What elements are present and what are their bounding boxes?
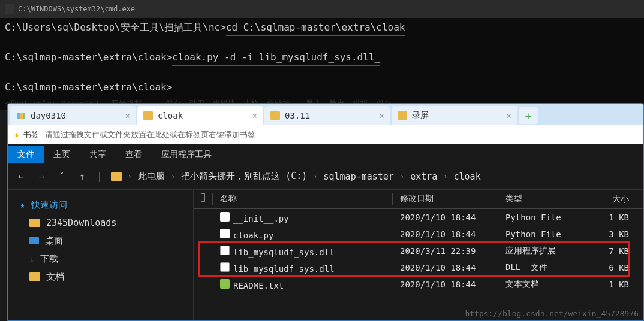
sidebar-item-documents[interactable]: 文档 [8, 268, 193, 286]
file-size: 1 KB [588, 213, 636, 222]
sidebar-label: 2345Downloads [46, 217, 116, 228]
file-date: 2020/1/10 18:44 [393, 229, 498, 239]
tab-label: cloak [158, 111, 183, 120]
cmd-prompt-1: C:\Users\sq\Desktop\安全工具\扫描工具\nc> [5, 22, 226, 33]
sidebar-label: 下载 [40, 253, 58, 265]
file-row[interactable]: cloak.py2020/1/10 18:44Python File3 KB [194, 226, 643, 243]
file-name: __init__.py [233, 214, 289, 223]
cmd-body[interactable]: C:\Users\sq\Desktop\安全工具\扫描工具\nc>cd C:\s… [0, 18, 644, 97]
breadcrumb-item[interactable]: sqlmap-master [324, 171, 394, 182]
file-size: 6 KB [588, 263, 636, 272]
breadcrumb-item[interactable]: cloak [454, 171, 481, 182]
sidebar-quick-access[interactable]: ★ 快速访问 [8, 196, 193, 214]
tab-cloak[interactable]: cloak × [137, 106, 263, 125]
cmd-command-1: cd C:\sqlmap-master\extra\cloak [226, 20, 405, 36]
file-size: 3 KB [588, 229, 636, 239]
file-type: Python File [498, 213, 588, 222]
tab-strip: day0310 × cloak × 03.11 × 录屏 × + [8, 104, 643, 125]
folder-icon [398, 111, 407, 120]
file-date: 2020/1/10 18:44 [393, 213, 498, 222]
up-button[interactable]: ˅ [56, 171, 68, 182]
breadcrumb-item[interactable]: 把小箭头挪开，别乱点这 (C:) [181, 171, 307, 182]
back-button[interactable]: ← [15, 171, 27, 182]
sidebar-label: 文档 [46, 271, 64, 283]
sidebar-item-desktop[interactable]: 桌面 [8, 232, 193, 250]
cmd-prompt-2: C:\sqlmap-master\extra\cloak> [5, 52, 172, 63]
svg-rect-1 [20, 113, 23, 119]
file-row[interactable]: lib_mysqludf_sys.dll2020/3/11 22:39应用程序扩… [194, 243, 643, 259]
close-icon[interactable]: × [380, 111, 384, 120]
column-name[interactable]: 名称 [213, 193, 393, 205]
folder-icon [143, 111, 153, 120]
select-all-checkbox[interactable] [201, 193, 205, 202]
sidebar-item-downloads[interactable]: 2345Downloads [8, 214, 193, 232]
file-list-header: 名称 修改日期 类型 大小 [194, 190, 643, 209]
new-tab-button[interactable]: + [519, 107, 538, 124]
close-icon[interactable]: × [252, 111, 257, 120]
svg-rect-2 [23, 113, 25, 119]
chevron-right-icon: › [313, 172, 317, 181]
tab-0311[interactable]: 03.11 × [264, 106, 390, 125]
breadcrumb[interactable]: › 此电脑 › 把小箭头挪开，别乱点这 (C:) › sqlmap-master… [111, 171, 481, 182]
file-type: 应用程序扩展 [498, 246, 588, 256]
file-name: README.txt [233, 281, 284, 290]
tab-label: 03.11 [285, 111, 310, 120]
ribbon-tab-file[interactable]: 文件 [8, 146, 44, 163]
breadcrumb-item[interactable]: 此电脑 [138, 171, 165, 182]
star-icon: ★ [20, 199, 25, 210]
file-type: 文本文档 [498, 279, 588, 290]
address-bar: ← → ˅ ↑ | › 此电脑 › 把小箭头挪开，别乱点这 (C:) › sql… [8, 163, 643, 190]
cmd-window: C:\WINDOWS\system32\cmd.exe C:\Users\sq\… [0, 0, 644, 110]
cmd-title: C:\WINDOWS\system32\cmd.exe [18, 5, 135, 13]
dll-icon [220, 246, 230, 255]
chevron-right-icon: › [400, 172, 404, 181]
svg-rect-0 [17, 113, 20, 119]
tab-record[interactable]: 录屏 × [392, 106, 517, 125]
py-icon [220, 212, 230, 222]
txt-icon [220, 279, 230, 289]
column-date[interactable]: 修改日期 [393, 193, 498, 205]
column-size[interactable]: 大小 [588, 194, 636, 205]
explorer-window: day0310 × cloak × 03.11 × 录屏 × + ★ 书签 请通… [7, 103, 644, 321]
folder-icon [29, 219, 40, 227]
file-name: lib_mysqludf_sys.dll [233, 247, 335, 257]
file-date: 2020/1/10 18:44 [393, 280, 498, 289]
folder-icon [270, 111, 280, 120]
bookmark-bar: ★ 书签 请通过拖拽文件或文件夹放置在此处或在标签页右键添加书签 [8, 125, 643, 144]
documents-icon [29, 272, 40, 281]
cmd-titlebar[interactable]: C:\WINDOWS\system32\cmd.exe [0, 0, 644, 18]
file-row[interactable]: __init__.py2020/1/10 18:44Python File1 K… [194, 209, 643, 226]
file-date: 2020/1/10 18:44 [393, 263, 498, 272]
cmd-prompt-3: C:\sqlmap-master\extra\cloak> [5, 81, 172, 93]
breadcrumb-item[interactable]: extra [410, 171, 437, 182]
sidebar: ★ 快速访问 2345Downloads 桌面 ↓ 下载 文档 [8, 190, 194, 320]
ribbon-tab-home[interactable]: 主页 [44, 146, 80, 163]
download-icon: ↓ [29, 254, 34, 264]
close-icon[interactable]: × [125, 111, 130, 120]
file-type: Python File [498, 229, 588, 239]
sidebar-item-download[interactable]: ↓ 下载 [8, 250, 193, 268]
ribbon: 文件 主页 共享 查看 应用程序工具 [8, 144, 643, 163]
close-icon[interactable]: × [507, 111, 511, 120]
sidebar-label: 快速访问 [31, 199, 67, 211]
file-type: DLL_ 文件 [498, 262, 588, 273]
cmd-command-2: cloak.py -d -i lib_mysqludf_sys.dll_ [172, 50, 380, 66]
ribbon-tab-share[interactable]: 共享 [80, 146, 116, 163]
tab-label: day0310 [31, 111, 66, 120]
file-row[interactable]: lib_mysqludf_sys.dll_2020/1/10 18:44DLL_… [194, 259, 643, 276]
chevron-right-icon: › [171, 172, 175, 181]
watermark: https://blog.csdn.net/weixin_45728976 [465, 309, 639, 318]
file-name: cloak.py [233, 231, 273, 240]
file-name: lib_mysqludf_sys.dll_ [233, 264, 339, 274]
file-row[interactable]: README.txt2020/1/10 18:44文本文档1 KB [194, 276, 643, 293]
chevron-right-icon: › [443, 172, 447, 181]
star-icon: ★ [14, 129, 20, 140]
ribbon-tab-view[interactable]: 查看 [116, 146, 152, 163]
bookmark-hint: 请通过拖拽文件或文件夹放置在此处或在标签页右键添加书签 [45, 129, 255, 140]
file-date: 2020/3/11 22:39 [393, 246, 498, 256]
ribbon-tab-apptools[interactable]: 应用程序工具 [152, 146, 221, 163]
up-level-button[interactable]: ↑ [76, 171, 88, 182]
forward-button[interactable]: → [35, 171, 47, 182]
tab-day0310[interactable]: day0310 × [10, 106, 136, 125]
column-type[interactable]: 类型 [498, 193, 588, 205]
